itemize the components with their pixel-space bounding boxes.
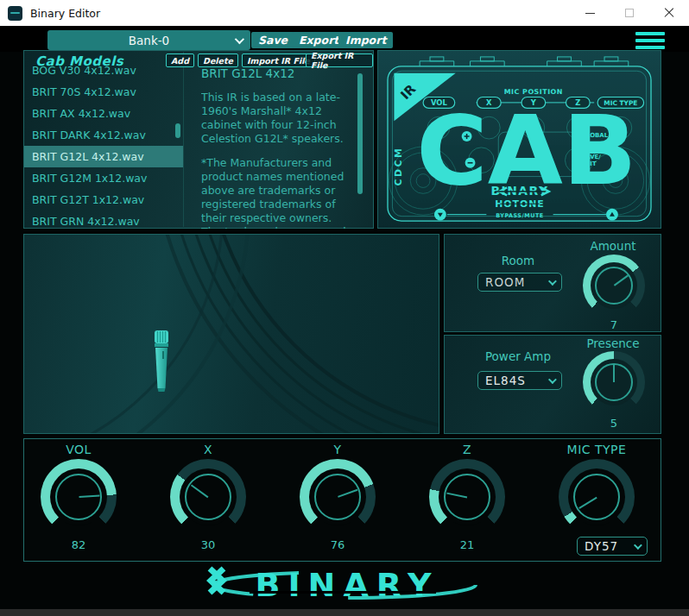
menu-button[interactable] — [635, 32, 665, 49]
room-panel: Room ROOM Amount 7 — [444, 234, 661, 332]
y-label: Y — [286, 443, 389, 456]
vol-label: VOL — [27, 443, 130, 456]
close-icon — [664, 8, 674, 18]
app-icon — [8, 6, 22, 21]
bracket-right-icon — [206, 563, 227, 598]
toolbar: Bank-0 Save Export Import — [0, 26, 689, 52]
export-ir-file-button[interactable]: Export IR File — [306, 53, 373, 67]
ir-description: BRIT G12L 4x12 This IR is based on a lat… — [201, 65, 355, 229]
vol-knob[interactable] — [41, 459, 117, 535]
list-item[interactable]: BRIT 70S 4x12.wav — [24, 81, 183, 103]
room-type-dropdown[interactable]: ROOM — [477, 273, 562, 292]
jack-icons — [420, 57, 629, 66]
mic-type-value: DY57 — [585, 539, 618, 553]
add-button[interactable]: Add — [166, 53, 194, 67]
global-label: GLOBAL — [581, 132, 608, 139]
binary-logo-text: BINARY — [250, 563, 439, 607]
amount-value: 7 — [583, 318, 645, 331]
speaker-arc-art — [24, 235, 439, 433]
bank-select[interactable]: Bank-0 — [47, 30, 250, 50]
z-knob[interactable] — [429, 459, 505, 535]
power-amp-dropdown[interactable]: EL84S — [477, 371, 562, 390]
minimize-button[interactable] — [570, 0, 610, 26]
mic-position-visualizer[interactable] — [23, 234, 439, 434]
mic-position-label: MIC POSITION — [504, 88, 563, 96]
cab-models-title: Cab Models — [35, 53, 123, 69]
microphone-graphic[interactable] — [150, 330, 173, 399]
maximize-button[interactable] — [610, 0, 649, 26]
cab-pedal-art: MIC POSITION VOL X Y Z MIC TYPE IR CDCM … — [378, 51, 661, 228]
list-scrollbar[interactable] — [175, 123, 180, 138]
description-scrollbar[interactable] — [357, 73, 363, 194]
mic-type-dropdown[interactable]: DY57 — [577, 537, 648, 556]
import-button[interactable]: Import — [338, 32, 393, 48]
save-label: SAVE/ — [581, 154, 601, 160]
close-button[interactable] — [649, 0, 689, 26]
minimize-icon — [585, 13, 595, 14]
cdcm-label: CDCM — [393, 147, 404, 186]
list-item[interactable]: BRIT GRN 4x12.wav — [24, 211, 183, 229]
cab-model-list: BOG V30 4x12.wav BRIT 70S 4x12.wav BRIT … — [24, 65, 183, 229]
vol-value: 82 — [27, 538, 130, 551]
x-knob[interactable] — [170, 459, 246, 535]
list-item[interactable]: BRIT G12M 1x12.wav — [24, 167, 183, 189]
power-amp-label: Power Amp — [458, 349, 578, 363]
hamburger-icon — [635, 32, 665, 35]
y-knob[interactable] — [300, 459, 376, 535]
presence-value: 5 — [583, 417, 645, 430]
cab-models-panel: Cab Models Add Delete Import IR File Exp… — [23, 50, 374, 229]
save-button[interactable]: Save — [251, 32, 294, 48]
maximize-icon — [625, 9, 634, 17]
power-amp-panel: Power Amp EL84S Presence 5 — [444, 335, 661, 434]
export-button[interactable]: Export — [292, 32, 345, 48]
amount-label: Amount — [570, 239, 656, 253]
bank-select-value: Bank-0 — [129, 34, 169, 47]
binary-editor-window: Binary Editor Bank-0 Save Export Import … — [0, 0, 689, 616]
z-label: Z — [415, 443, 519, 456]
titlebar: Binary Editor — [0, 0, 689, 26]
import-ir-file-button[interactable]: Import IR File — [242, 53, 315, 67]
power-amp-value: EL84S — [485, 374, 526, 387]
exit-label: EXIT — [581, 160, 597, 167]
presence-label: Presence — [570, 336, 656, 350]
mic-type-label: MIC TYPE — [545, 443, 648, 456]
list-item[interactable]: BRIT G12L 4x12.wav — [24, 146, 183, 167]
y-value: 76 — [286, 538, 389, 551]
list-item[interactable]: BRIT AX 4x12.wav — [24, 103, 183, 124]
window-bottom-edge — [0, 609, 689, 616]
x-value: 30 — [156, 538, 260, 551]
divider — [183, 52, 184, 227]
ir-description-text: This IR is based on a late-1960's Marsha… — [201, 91, 355, 146]
room-label: Room — [458, 254, 578, 267]
window-title: Binary Editor — [30, 7, 100, 20]
delete-button[interactable]: Delete — [198, 53, 238, 67]
list-item[interactable]: BRIT DARK 4x12.wav — [24, 124, 183, 146]
bypass-mute-label: BYPASS/MUTE — [496, 212, 543, 219]
footer: BINARY — [206, 563, 483, 607]
ir-trademark-text: *The Manufacturers and product names men… — [201, 156, 355, 229]
pedal-image-panel: MIC POSITION VOL X Y Z MIC TYPE IR CDCM … — [377, 50, 661, 229]
chevron-down-icon — [548, 277, 557, 286]
room-type-value: ROOM — [485, 275, 525, 289]
chevron-down-icon — [634, 541, 642, 550]
chevron-down-icon — [548, 375, 557, 384]
mic-controls-panel: VOL 82 X 30 Y 76 Z 21 — [23, 438, 661, 562]
list-item[interactable]: BRIT G12T 1x12.wav — [24, 189, 183, 211]
chevron-down-icon — [235, 34, 244, 43]
amount-knob[interactable] — [583, 255, 645, 317]
z-value: 21 — [415, 538, 519, 551]
x-label: X — [156, 443, 260, 456]
presence-knob[interactable] — [583, 351, 645, 413]
mic-type-knob[interactable] — [559, 459, 635, 535]
